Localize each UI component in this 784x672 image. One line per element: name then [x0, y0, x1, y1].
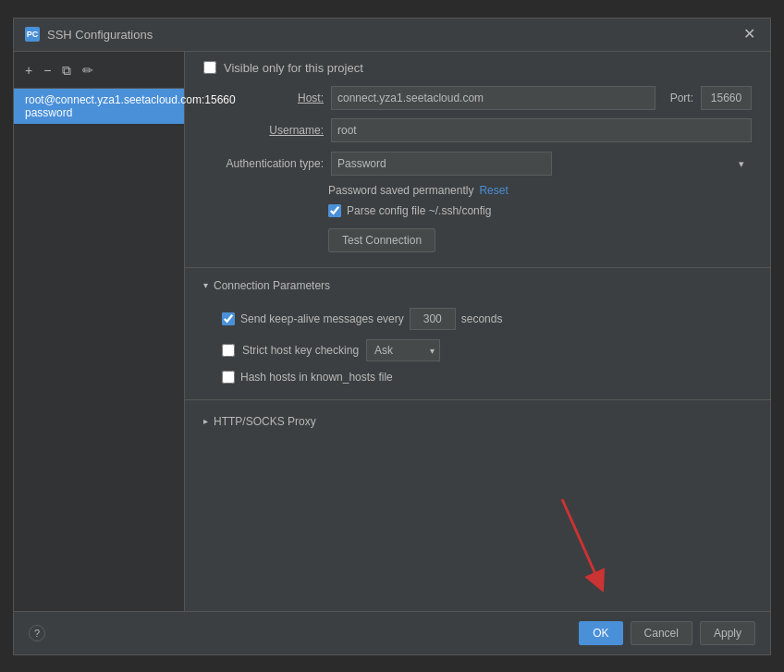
app-icon: PC: [25, 27, 40, 42]
strict-host-select[interactable]: Ask Yes No: [366, 339, 440, 361]
visible-only-label: Visible only for this project: [224, 61, 363, 75]
visible-project-row: Visible only for this project: [185, 52, 770, 82]
strict-host-checkbox[interactable]: [222, 344, 235, 357]
sidebar-toolbar: + − ⧉ ✏: [14, 57, 184, 89]
visible-only-checkbox[interactable]: [203, 61, 216, 74]
http-proxy-label: HTTP/SOCKS Proxy: [214, 415, 316, 428]
hash-hosts-checkbox[interactable]: [222, 371, 235, 384]
port-label: Port:: [670, 92, 693, 104]
keepalive-row: Send keep-alive messages every seconds: [185, 303, 770, 335]
keepalive-checkbox[interactable]: [222, 312, 235, 325]
ok-button[interactable]: OK: [579, 621, 622, 645]
config-list-item[interactable]: root@connect.yza1.seetacloud.com:15660 p…: [14, 89, 184, 124]
title-bar: PC SSH Configurations ✕: [14, 18, 770, 52]
main-panel: Visible only for this project Host: Port…: [185, 52, 770, 611]
username-label: Username:: [203, 124, 324, 137]
port-input[interactable]: [701, 86, 752, 110]
chevron-down-icon: ▾: [203, 280, 208, 290]
edit-config-button[interactable]: ✏: [79, 61, 97, 79]
footer-buttons: OK Cancel Apply: [579, 621, 755, 645]
strict-host-select-wrapper: Ask Yes No: [366, 339, 440, 361]
test-connection-button[interactable]: Test Connection: [328, 228, 435, 252]
pwd-saved-text: Password saved permanently: [328, 184, 473, 197]
dialog-footer: ? OK Cancel Apply: [14, 611, 770, 654]
host-label: Host:: [203, 92, 324, 104]
reset-link[interactable]: Reset: [479, 184, 508, 197]
help-button[interactable]: ?: [29, 625, 45, 641]
hash-hosts-row: Hash hosts in known_hosts file: [185, 366, 770, 388]
parse-config-checkbox[interactable]: [328, 204, 341, 217]
connection-params-label: Connection Parameters: [214, 279, 330, 292]
strict-host-row: Strict host key checking Ask Yes No: [185, 335, 770, 366]
remove-config-button[interactable]: −: [40, 61, 55, 79]
auth-type-label: Authentication type:: [203, 157, 324, 170]
keepalive-unit: seconds: [461, 312, 503, 325]
test-connection-row: Test Connection: [185, 221, 770, 263]
proxy-section: ▸ HTTP/SOCKS Proxy: [185, 404, 770, 439]
auth-type-select[interactable]: Password Key pair OpenSSH config and aut…: [331, 152, 552, 176]
keepalive-label: Send keep-alive messages every: [240, 312, 404, 325]
chevron-right-icon: ▸: [203, 416, 208, 426]
apply-button[interactable]: Apply: [700, 621, 755, 645]
connection-params-header[interactable]: ▾ Connection Parameters: [185, 272, 770, 299]
dialog-title: SSH Configurations: [47, 28, 153, 42]
auth-type-select-wrapper: Password Key pair OpenSSH config and aut…: [331, 152, 752, 176]
close-button[interactable]: ✕: [740, 27, 759, 42]
connection-params-section: Send keep-alive messages every seconds S…: [185, 299, 770, 396]
username-row: Username:: [185, 114, 770, 147]
copy-config-button[interactable]: ⧉: [58, 61, 75, 80]
username-input[interactable]: [331, 118, 752, 142]
pwd-saved-row: Password saved permanently Reset: [185, 180, 770, 201]
host-row: Host: Port:: [185, 82, 770, 114]
strict-host-label: Strict host key checking: [242, 344, 359, 357]
keepalive-input[interactable]: [410, 308, 456, 330]
auth-type-row: Authentication type: Password Key pair O…: [185, 147, 770, 180]
http-proxy-header[interactable]: ▸ HTTP/SOCKS Proxy: [185, 408, 770, 435]
host-input[interactable]: [331, 86, 655, 110]
parse-config-label: Parse config file ~/.ssh/config: [347, 204, 491, 217]
cancel-button[interactable]: Cancel: [631, 621, 692, 645]
parse-config-row: Parse config file ~/.ssh/config: [185, 201, 770, 221]
hash-hosts-label: Hash hosts in known_hosts file: [240, 371, 393, 384]
sidebar: + − ⧉ ✏ root@connect.yza1.seetacloud.com…: [14, 52, 185, 611]
add-config-button[interactable]: +: [21, 61, 36, 79]
